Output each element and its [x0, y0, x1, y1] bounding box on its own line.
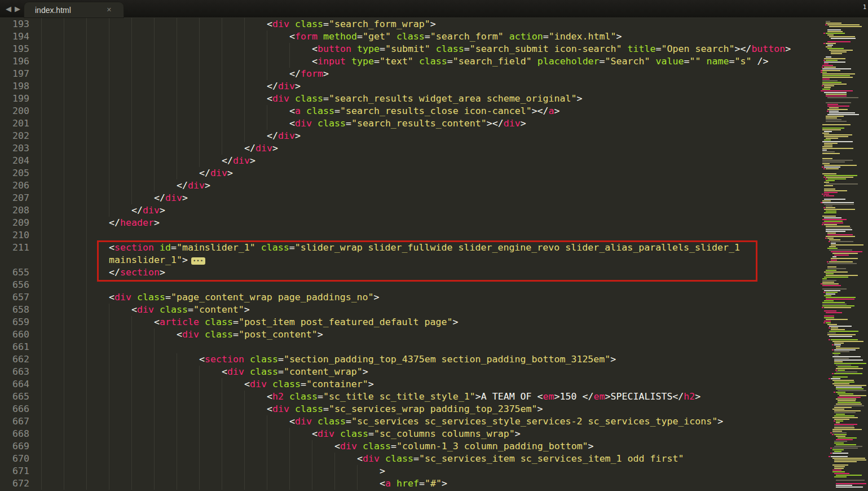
code-line[interactable]: 657<div class="page_content_wrap page_pa… [0, 291, 868, 304]
indent-guide [154, 440, 177, 453]
code-line[interactable]: 197</form> [0, 68, 868, 80]
code-line[interactable]: 199<div class="search_results widget_are… [0, 93, 868, 105]
code-line[interactable]: 198</div> [0, 80, 868, 93]
token: placeholder [537, 56, 600, 67]
minimap-line [824, 310, 836, 312]
code-line[interactable]: 202</div> [0, 130, 868, 142]
code-line[interactable]: 672<a href="#"> [0, 477, 868, 490]
code-line[interactable]: 670<div class="sc_services_item sc_servi… [0, 453, 868, 465]
minimap-line [826, 102, 851, 103]
line-number: 661 [0, 341, 29, 353]
indent-guide [222, 378, 244, 391]
tab-index-html[interactable]: index.html ✕ [24, 2, 124, 18]
code-line[interactable]: 665<h2 class="sc_title sc_title_style_1"… [0, 391, 868, 403]
token: div [165, 192, 182, 203]
code-line[interactable]: 204</div> [0, 155, 868, 167]
token [413, 56, 419, 67]
line-number: 206 [0, 179, 29, 192]
token: < [289, 118, 295, 129]
indent-guide [222, 142, 244, 155]
code-line[interactable]: 669<div class="column-1_3 column_padding… [0, 440, 868, 453]
minimap-line [824, 224, 837, 225]
code-area[interactable]: 193<div class="search_form_wrap">194<for… [0, 18, 868, 491]
line-number: 196 [0, 55, 29, 68]
minimap-line [832, 383, 849, 384]
fold-ellipsis-icon[interactable]: ••• [191, 257, 205, 265]
history-nav-icons[interactable]: ◀▶ [6, 5, 24, 13]
indent-guide [199, 465, 222, 477]
indent-guide [64, 403, 86, 415]
indent-guide [222, 43, 244, 55]
code-line[interactable]: 662<section class="section_padding_top_4… [0, 353, 868, 366]
code-line[interactable]: 208</div> [0, 204, 868, 217]
minimap-mark [823, 292, 825, 293]
indent-guide [199, 30, 222, 43]
code-line[interactable]: 205</div> [0, 167, 868, 179]
token: div [278, 130, 295, 141]
indent-guide [109, 304, 131, 316]
minimap-line [826, 56, 831, 58]
code-line[interactable]: 203</div> [0, 142, 868, 155]
indent-guide [312, 440, 334, 453]
minimap-line [832, 471, 845, 472]
code-text [41, 341, 177, 353]
code-line[interactable]: 210 [0, 229, 868, 242]
code-line[interactable]: 668<div class="sc_columns columns_wrap"> [0, 428, 868, 440]
minimap-line [824, 194, 829, 195]
indent-guide [64, 353, 86, 366]
minimap-line [832, 356, 861, 357]
forward-arrow-icon[interactable]: ▶ [15, 5, 24, 13]
token: = [380, 43, 385, 54]
token: class [340, 428, 368, 439]
indent-guide [41, 179, 64, 192]
code-line[interactable]: 667<div class="sc_services sc_services_s… [0, 415, 868, 428]
back-arrow-icon[interactable]: ◀ [6, 5, 15, 13]
indent-guide [199, 80, 222, 93]
minimap-line [826, 23, 841, 24]
minimap-line [836, 392, 845, 393]
minimap-line [822, 128, 844, 129]
token: < [312, 56, 318, 67]
indent-guide [64, 316, 86, 328]
code-line[interactable]: 659<article class="post_item post_featur… [0, 316, 868, 328]
token: > [380, 466, 385, 476]
code-line[interactable]: 201<div class="search_results_content"><… [0, 117, 868, 130]
code-line[interactable]: 655</section> [0, 266, 868, 279]
token: = [165, 292, 171, 303]
indent-guide [131, 403, 154, 415]
minimap-line [822, 160, 853, 161]
code-line[interactable]: 666<div class="sc_services_wrap padding_… [0, 403, 868, 415]
code-line[interactable]: 664<div class="container"> [0, 378, 868, 391]
indent-guide [199, 403, 222, 415]
tab-close-icon[interactable]: ✕ [107, 6, 112, 14]
indent-guide [41, 229, 64, 242]
minimap-mark [835, 370, 837, 371]
token [391, 478, 396, 489]
minimap-mark [822, 224, 823, 225]
minimap-line [826, 60, 838, 61]
token: = [278, 354, 284, 365]
minimap-line [824, 92, 847, 93]
minimap-line [822, 77, 853, 78]
code-line[interactable]: 656 [0, 279, 868, 291]
code-line[interactable]: 661 [0, 341, 868, 353]
code-line[interactable]: 207</div> [0, 192, 868, 204]
code-line[interactable]: 660<div class="post_content"> [0, 328, 868, 341]
code-line[interactable]: mainslider_1">••• [0, 254, 868, 266]
minimap[interactable] [819, 19, 868, 491]
code-line[interactable]: 658<div class="content"> [0, 304, 868, 316]
code-line[interactable]: 211<section id="mainslider_1" class="sli… [0, 242, 868, 254]
code-line[interactable]: 195<button type="submit" class="search_s… [0, 43, 868, 55]
token: class [250, 354, 278, 365]
code-line[interactable]: 193<div class="search_form_wrap"> [0, 18, 868, 30]
indent-guide [86, 366, 109, 378]
code-line[interactable]: 209</header> [0, 217, 868, 229]
minimap-line [826, 205, 832, 207]
code-line[interactable]: 671> [0, 465, 868, 477]
code-line[interactable]: 663<div class="content_wrap"> [0, 366, 868, 378]
code-line[interactable]: 206</div> [0, 179, 868, 192]
code-line[interactable]: 194<form method="get" class="search_form… [0, 30, 868, 43]
code-line[interactable]: 200<a class="search_results_close icon-c… [0, 105, 868, 117]
minimap-mark [823, 168, 825, 169]
code-line[interactable]: 196<input type="text" class="search_fiel… [0, 55, 868, 68]
